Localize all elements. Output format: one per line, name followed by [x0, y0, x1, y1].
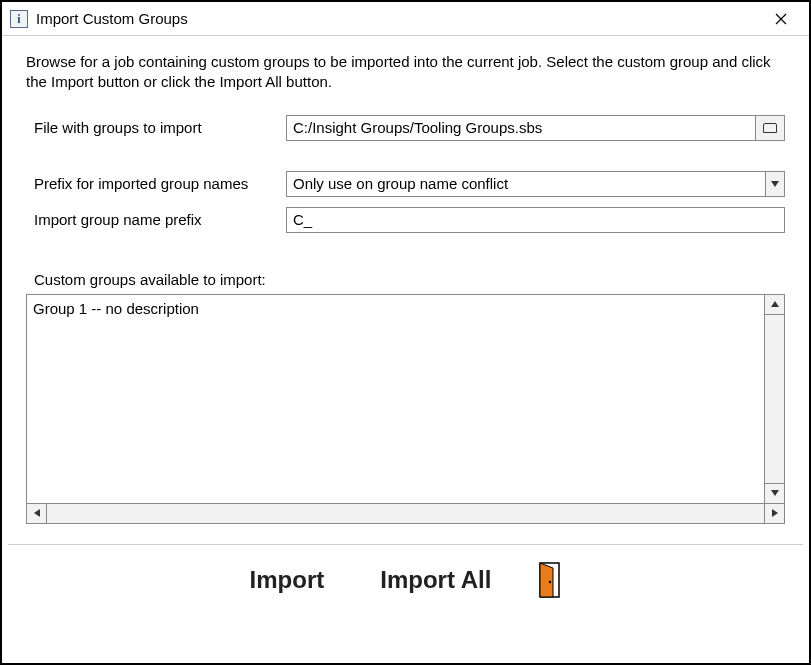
instruction-text: Browse for a job containing custom group…	[26, 52, 785, 93]
horizontal-scrollbar[interactable]	[26, 504, 785, 524]
folder-icon	[763, 123, 777, 133]
scroll-left-button[interactable]	[27, 504, 47, 523]
exit-icon[interactable]	[539, 562, 569, 598]
title-bar: i Import Custom Groups	[2, 2, 809, 36]
scroll-right-button[interactable]	[764, 504, 784, 523]
list-heading: Custom groups available to import:	[26, 271, 785, 288]
prefix-label: Import group name prefix	[26, 211, 286, 228]
list-item[interactable]: Group 1 -- no description	[33, 299, 758, 319]
window-title: Import Custom Groups	[36, 10, 188, 27]
import-all-button[interactable]: Import All	[372, 562, 499, 598]
file-path-input[interactable]	[286, 115, 755, 141]
prefix-mode-select[interactable]: Only use on group name conflict	[286, 171, 785, 197]
vertical-scrollbar[interactable]	[765, 294, 785, 504]
browse-button[interactable]	[755, 115, 785, 141]
file-label: File with groups to import	[26, 119, 286, 136]
dropdown-arrow-icon	[765, 171, 785, 197]
app-icon: i	[10, 10, 28, 28]
chevron-up-icon	[771, 301, 779, 307]
prefix-input[interactable]	[286, 207, 785, 233]
prefix-mode-label: Prefix for imported group names	[26, 175, 286, 192]
scroll-up-button[interactable]	[765, 295, 784, 315]
chevron-down-icon	[771, 490, 779, 496]
chevron-right-icon	[772, 509, 778, 517]
import-button[interactable]: Import	[242, 562, 333, 598]
button-bar: Import Import All	[26, 545, 785, 615]
close-icon	[775, 13, 787, 25]
svg-point-1	[549, 580, 551, 582]
scroll-down-button[interactable]	[765, 483, 784, 503]
info-icon: i	[17, 13, 20, 25]
close-button[interactable]	[761, 5, 801, 33]
groups-list[interactable]: Group 1 -- no description	[26, 294, 765, 504]
chevron-left-icon	[34, 509, 40, 517]
prefix-mode-value: Only use on group name conflict	[286, 171, 785, 197]
